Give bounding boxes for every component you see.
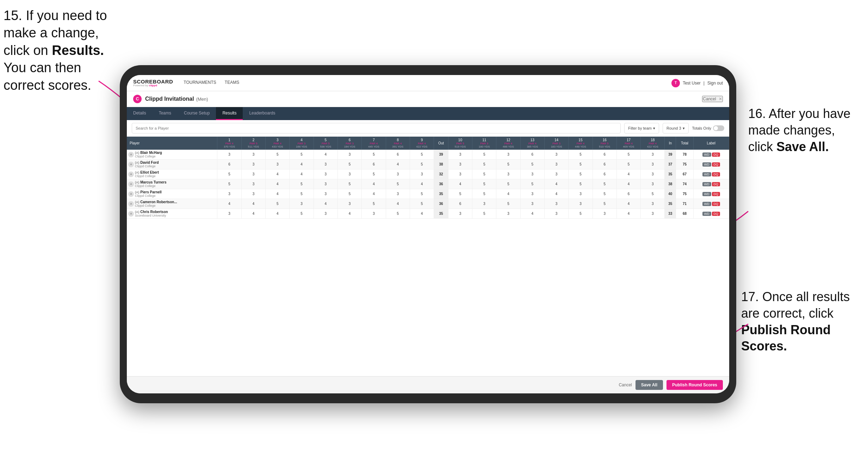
score-hole-18[interactable]: 5	[641, 189, 665, 199]
score-hole-14[interactable]: 3	[544, 160, 568, 169]
score-hole-10[interactable]: 3	[448, 150, 472, 160]
nav-tournaments[interactable]: TOURNAMENTS	[184, 80, 216, 86]
score-hole-2[interactable]: 3	[241, 150, 265, 160]
score-hole-14[interactable]: 3	[544, 150, 568, 160]
score-hole-4[interactable]: 5	[290, 189, 314, 199]
score-hole-4[interactable]: 5	[290, 150, 314, 160]
score-hole-17[interactable]: 5	[616, 160, 640, 169]
score-hole-18[interactable]: 3	[641, 169, 665, 179]
score-hole-10[interactable]: 4	[448, 179, 472, 189]
wd-btn[interactable]: WD	[702, 192, 711, 196]
score-hole-15[interactable]: 5	[569, 150, 593, 160]
search-input[interactable]	[132, 123, 621, 133]
score-hole-6[interactable]: 5	[337, 189, 361, 199]
score-hole-7[interactable]: 4	[362, 179, 386, 189]
score-hole-6[interactable]: 3	[337, 169, 361, 179]
toggle-switch[interactable]	[713, 125, 724, 131]
score-hole-9[interactable]: 3	[410, 169, 434, 179]
score-hole-16[interactable]: 5	[593, 199, 616, 209]
score-hole-3[interactable]: 5	[266, 199, 290, 209]
dq-btn[interactable]: DQ	[712, 212, 720, 216]
filter-by-team-btn[interactable]: Filter by team ▾	[624, 123, 659, 133]
score-hole-10[interactable]: 5	[448, 189, 472, 199]
score-hole-15[interactable]: 5	[569, 209, 593, 219]
score-hole-9[interactable]: 5	[410, 160, 434, 169]
score-hole-6[interactable]: 5	[337, 179, 361, 189]
score-hole-14[interactable]: 4	[544, 179, 568, 189]
score-hole-1[interactable]: 5	[217, 179, 241, 189]
score-hole-14[interactable]: 4	[544, 189, 568, 199]
tab-leaderboards[interactable]: Leaderboards	[243, 107, 281, 120]
score-hole-8[interactable]: 3	[386, 189, 410, 199]
score-hole-13[interactable]: 3	[520, 199, 544, 209]
score-hole-11[interactable]: 5	[472, 209, 496, 219]
score-hole-18[interactable]: 3	[641, 150, 665, 160]
score-hole-6[interactable]: 3	[337, 199, 361, 209]
score-hole-14[interactable]: 3	[544, 209, 568, 219]
score-hole-8[interactable]: 5	[386, 179, 410, 189]
tab-results[interactable]: Results	[216, 107, 243, 120]
score-hole-11[interactable]: 5	[472, 169, 496, 179]
score-hole-18[interactable]: 3	[641, 160, 665, 169]
score-hole-16[interactable]: 5	[593, 189, 616, 199]
score-hole-16[interactable]: 6	[593, 169, 616, 179]
score-hole-8[interactable]: 4	[386, 199, 410, 209]
score-hole-7[interactable]: 6	[362, 160, 386, 169]
score-hole-15[interactable]: 5	[569, 179, 593, 189]
score-hole-3[interactable]: 4	[266, 179, 290, 189]
score-hole-12[interactable]: 4	[496, 189, 520, 199]
score-hole-13[interactable]: 6	[520, 150, 544, 160]
score-hole-17[interactable]: 4	[616, 169, 640, 179]
score-hole-5[interactable]: 3	[314, 209, 337, 219]
sign-out-link[interactable]: Sign out	[707, 81, 723, 86]
score-hole-8[interactable]: 4	[386, 160, 410, 169]
score-hole-8[interactable]: 6	[386, 150, 410, 160]
score-hole-15[interactable]: 5	[569, 169, 593, 179]
score-hole-12[interactable]: 5	[496, 199, 520, 209]
score-hole-9[interactable]: 4	[410, 209, 434, 219]
score-hole-9[interactable]: 5	[410, 189, 434, 199]
wd-btn[interactable]: WD	[702, 172, 711, 176]
score-hole-12[interactable]: 5	[496, 160, 520, 169]
score-hole-17[interactable]: 4	[616, 209, 640, 219]
score-hole-5[interactable]: 4	[314, 199, 337, 209]
score-hole-2[interactable]: 3	[241, 160, 265, 169]
score-hole-10[interactable]: 3	[448, 209, 472, 219]
wd-btn[interactable]: WD	[702, 162, 711, 167]
score-hole-1[interactable]: 3	[217, 209, 241, 219]
score-hole-10[interactable]: 3	[448, 160, 472, 169]
score-hole-17[interactable]: 6	[616, 189, 640, 199]
score-hole-7[interactable]: 3	[362, 209, 386, 219]
score-hole-16[interactable]: 3	[593, 209, 616, 219]
score-hole-9[interactable]: 5	[410, 150, 434, 160]
score-hole-13[interactable]: 3	[520, 169, 544, 179]
score-hole-6[interactable]: 3	[337, 150, 361, 160]
cancel-tournament-btn[interactable]: Cancel ✕	[702, 96, 723, 102]
score-hole-1[interactable]: 6	[217, 160, 241, 169]
score-hole-11[interactable]: 5	[472, 150, 496, 160]
score-hole-13[interactable]: 3	[520, 189, 544, 199]
score-hole-13[interactable]: 5	[520, 179, 544, 189]
score-hole-3[interactable]: 4	[266, 169, 290, 179]
score-hole-15[interactable]: 3	[569, 189, 593, 199]
score-hole-7[interactable]: 4	[362, 189, 386, 199]
score-hole-17[interactable]: 4	[616, 179, 640, 189]
score-hole-11[interactable]: 5	[472, 160, 496, 169]
score-hole-5[interactable]: 3	[314, 179, 337, 189]
score-hole-2[interactable]: 4	[241, 199, 265, 209]
score-hole-15[interactable]: 3	[569, 199, 593, 209]
score-hole-5[interactable]: 3	[314, 169, 337, 179]
wd-btn[interactable]: WD	[702, 152, 711, 157]
score-hole-3[interactable]: 4	[266, 209, 290, 219]
score-hole-11[interactable]: 5	[472, 189, 496, 199]
score-hole-7[interactable]: 5	[362, 199, 386, 209]
score-hole-7[interactable]: 5	[362, 150, 386, 160]
score-hole-5[interactable]: 3	[314, 189, 337, 199]
dq-btn[interactable]: DQ	[712, 162, 720, 167]
score-hole-5[interactable]: 4	[314, 150, 337, 160]
score-hole-12[interactable]: 3	[496, 169, 520, 179]
tab-details[interactable]: Details	[127, 107, 153, 120]
score-hole-16[interactable]: 5	[593, 179, 616, 189]
score-hole-11[interactable]: 5	[472, 179, 496, 189]
score-hole-18[interactable]: 3	[641, 209, 665, 219]
